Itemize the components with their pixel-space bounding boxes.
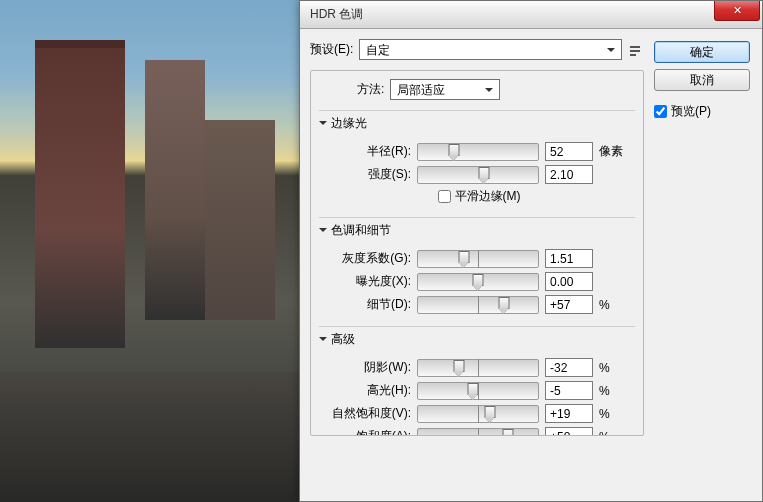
close-button[interactable]: ✕	[714, 1, 760, 21]
gamma-input[interactable]	[545, 249, 593, 268]
method-value: 局部适应	[397, 83, 445, 97]
section-head-advanced[interactable]: 高级	[319, 327, 635, 352]
vibrance-input[interactable]	[545, 404, 593, 423]
section-head-edge-glow[interactable]: 边缘光	[319, 111, 635, 136]
shadow-unit: %	[599, 361, 625, 375]
window-title: HDR 色调	[310, 6, 363, 23]
cancel-button[interactable]: 取消	[654, 69, 750, 91]
section-head-tone-detail[interactable]: 色调和细节	[319, 218, 635, 243]
options-panel: 方法: 局部适应 边缘光 半径(R):	[310, 70, 644, 436]
method-label: 方法:	[357, 81, 384, 98]
section-title: 高级	[331, 331, 355, 348]
preview-image	[0, 0, 299, 502]
preview-image-road	[0, 372, 299, 502]
highlight-unit: %	[599, 384, 625, 398]
shadow-input[interactable]	[545, 358, 593, 377]
preview-checkbox[interactable]	[654, 105, 667, 118]
preset-value: 自定	[366, 43, 390, 57]
highlight-slider[interactable]	[417, 382, 539, 400]
detail-slider[interactable]	[417, 296, 539, 314]
vibrance-slider[interactable]	[417, 405, 539, 423]
radius-label: 半径(R):	[323, 143, 411, 160]
strength-slider[interactable]	[417, 166, 539, 184]
gamma-label: 灰度系数(G):	[323, 250, 411, 267]
section-title: 色调和细节	[331, 222, 391, 239]
strength-input[interactable]	[545, 165, 593, 184]
ok-button[interactable]: 确定	[654, 41, 750, 63]
saturation-label: 饱和度(A):	[323, 428, 411, 436]
section-title: 边缘光	[331, 115, 367, 132]
exposure-input[interactable]	[545, 272, 593, 291]
disclosure-triangle-icon	[319, 121, 327, 129]
shadow-slider[interactable]	[417, 359, 539, 377]
detail-label: 细节(D):	[323, 296, 411, 313]
disclosure-triangle-icon	[319, 228, 327, 236]
preview-label: 预览(P)	[671, 103, 711, 120]
method-dropdown[interactable]: 局部适应	[390, 79, 500, 100]
preview-image-glow	[150, 140, 180, 220]
saturation-input[interactable]	[545, 427, 593, 436]
preset-dropdown[interactable]: 自定	[359, 39, 622, 60]
highlight-label: 高光(H):	[323, 382, 411, 399]
preset-menu-icon[interactable]	[628, 42, 644, 58]
hdr-toning-dialog: HDR 色调 ✕ 预设(E): 自定 方法: 局部适应	[299, 0, 763, 502]
exposure-slider[interactable]	[417, 273, 539, 291]
smooth-edges-checkbox[interactable]	[438, 190, 451, 203]
section-advanced: 高级 阴影(W): % 高光(H): %	[319, 326, 635, 436]
section-tone-detail: 色调和细节 灰度系数(G): 曝光度(X):	[319, 217, 635, 320]
shadow-label: 阴影(W):	[323, 359, 411, 376]
titlebar[interactable]: HDR 色调 ✕	[300, 1, 762, 29]
disclosure-triangle-icon	[319, 337, 327, 345]
radius-slider[interactable]	[417, 143, 539, 161]
detail-unit: %	[599, 298, 625, 312]
radius-unit: 像素	[599, 143, 625, 160]
radius-input[interactable]	[545, 142, 593, 161]
preview-image-building	[205, 120, 275, 320]
saturation-slider[interactable]	[417, 428, 539, 437]
vibrance-unit: %	[599, 407, 625, 421]
gamma-slider[interactable]	[417, 250, 539, 268]
highlight-input[interactable]	[545, 381, 593, 400]
vibrance-label: 自然饱和度(V):	[323, 405, 411, 422]
section-edge-glow: 边缘光 半径(R): 像素 强度(S):	[319, 110, 635, 211]
saturation-unit: %	[599, 430, 625, 437]
exposure-label: 曝光度(X):	[323, 273, 411, 290]
strength-label: 强度(S):	[323, 166, 411, 183]
detail-input[interactable]	[545, 295, 593, 314]
smooth-edges-label: 平滑边缘(M)	[455, 188, 521, 205]
preset-label: 预设(E):	[310, 41, 353, 58]
